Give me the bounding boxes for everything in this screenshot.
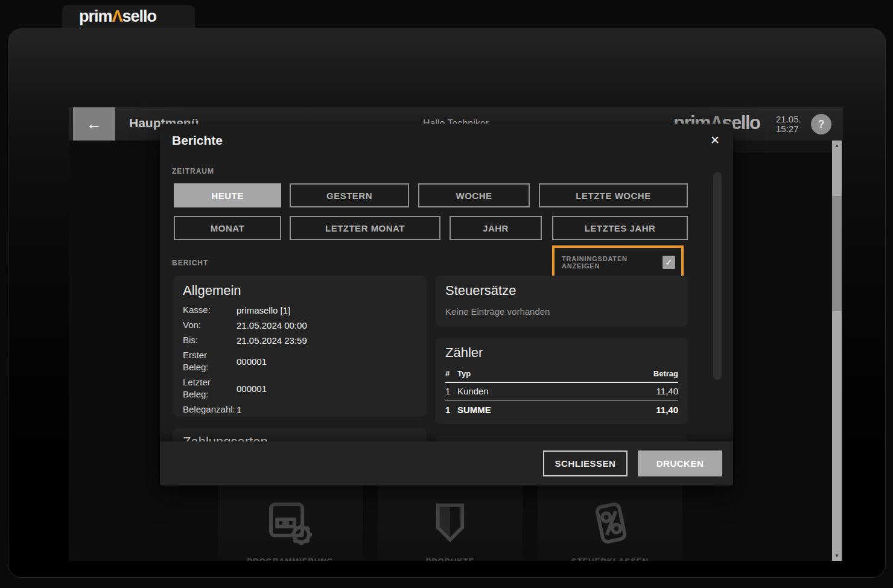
row-value: 000001 (237, 384, 417, 394)
allgemein-panel: Allgemein Kasse:primasello [1] Von:21.05… (173, 276, 427, 416)
steuersaetze-panel: Steuersätze Keine Einträge vorhanden (436, 276, 688, 326)
logo-post: sello (122, 7, 157, 25)
checkmark-icon: ✓ (665, 257, 673, 268)
datetime-display: 21.05. 15:27 (776, 115, 801, 134)
row-value: primasello [1] (237, 305, 417, 315)
schliessen-button[interactable]: SCHLIESSEN (543, 450, 628, 476)
row-label: Von: (183, 319, 234, 331)
trainingsdaten-highlight-box: TRAININGSDATEN ANZEIGEN ✓ (552, 245, 684, 279)
row-value: 000001 (237, 356, 417, 367)
total-label: SUMME (457, 405, 630, 415)
period-button-heute[interactable]: HEUTE (174, 183, 281, 207)
col-num: # (445, 369, 457, 378)
drucken-button[interactable]: DRUCKEN (638, 450, 722, 476)
total-amount: 11,40 (630, 405, 678, 415)
back-arrow-icon: ← (86, 115, 102, 133)
trainingsdaten-label: TRAININGSDATEN ANZEIGEN (562, 255, 663, 270)
row-value: 21.05.2024 00:00 (237, 320, 417, 330)
dialog-scrollbar-thumb[interactable] (713, 172, 722, 380)
scroll-down-icon[interactable]: ▼ (832, 553, 842, 558)
page-scrollbar[interactable]: ▲ ▼ (832, 141, 842, 561)
zeitraum-section-label: ZEITRAUM (172, 167, 214, 175)
page-scrollbar-thumb[interactable] (832, 196, 842, 311)
row-label: Erster Beleg: (183, 349, 234, 373)
col-betrag: Betrag (630, 369, 678, 378)
cell-type: Kunden (457, 386, 630, 396)
back-button[interactable]: ← (73, 107, 115, 141)
logo-pre: prim (79, 7, 112, 25)
period-button-jahr[interactable]: JAHR (450, 216, 542, 240)
allgemein-row: Erster Beleg:000001 (183, 349, 417, 373)
cell-amount: 11,40 (630, 386, 678, 396)
row-label: Beleganzahl: (183, 403, 234, 416)
allgemein-row: Von:21.05.2024 00:00 (183, 319, 417, 331)
close-icon[interactable]: ✕ (710, 133, 720, 147)
row-label: Bis: (183, 334, 234, 346)
zaehler-total-row: 1 SUMME 11,40 (445, 400, 678, 415)
help-button[interactable]: ? (811, 114, 831, 134)
col-typ: Typ (457, 369, 630, 378)
scroll-up-icon[interactable]: ▲ (832, 143, 842, 148)
date-text: 21.05. (776, 115, 801, 124)
row-label: Kasse: (183, 304, 234, 316)
total-count: 1 (445, 405, 457, 415)
zaehler-table: # Typ Betrag 1 Kunden 11,40 1 SUMME 11,4… (445, 369, 678, 415)
period-button-letzte-woche[interactable]: LETZTE WOCHE (539, 183, 688, 207)
zaehler-row: 1 Kunden 11,40 (445, 383, 678, 400)
logo-lambda-icon: Λ (112, 7, 122, 25)
zaehler-table-header: # Typ Betrag (445, 369, 678, 383)
cell-count: 1 (445, 386, 457, 396)
row-value: 1 (237, 405, 417, 415)
allgemein-row: Bis:21.05.2024 23:59 (183, 334, 417, 346)
bericht-section-label: BERICHT (172, 259, 208, 267)
berichte-dialog: Berichte ✕ ZEITRAUM HEUTE GESTERN WOCHE … (160, 124, 733, 485)
row-label: Letzter Beleg: (183, 376, 234, 400)
period-button-letzter-monat[interactable]: LETZTER MONAT (290, 216, 440, 240)
question-mark-icon: ? (818, 118, 825, 131)
steuersaetze-title: Steuersätze (445, 283, 678, 299)
time-text: 15:27 (776, 124, 801, 134)
period-button-woche[interactable]: WOCHE (418, 183, 530, 207)
allgemein-row: Letzter Beleg:000001 (183, 376, 417, 400)
allgemein-row: Beleganzahl:1 (183, 403, 417, 416)
trainingsdaten-checkbox[interactable]: ✓ (663, 256, 675, 269)
dialog-title: Berichte (172, 133, 223, 148)
browser-tab[interactable]: primΛsello (62, 5, 195, 28)
zaehler-title: Zähler (445, 345, 678, 361)
row-value: 21.05.2024 23:59 (237, 335, 417, 346)
dialog-footer: SCHLIESSEN DRUCKEN (160, 441, 733, 485)
zaehler-panel: Zähler # Typ Betrag 1 Kunden 11,40 1 SUM… (436, 338, 688, 424)
period-button-monat[interactable]: MONAT (174, 216, 281, 240)
allgemein-title: Allgemein (183, 283, 417, 299)
period-button-letztes-jahr[interactable]: LETZTES JAHR (552, 216, 688, 240)
steuersaetze-empty-text: Keine Einträge vorhanden (445, 306, 678, 317)
period-button-gestern[interactable]: GESTERN (290, 183, 409, 207)
allgemein-row: Kasse:primasello [1] (183, 304, 417, 316)
primasello-logo: primΛsello (79, 7, 156, 26)
